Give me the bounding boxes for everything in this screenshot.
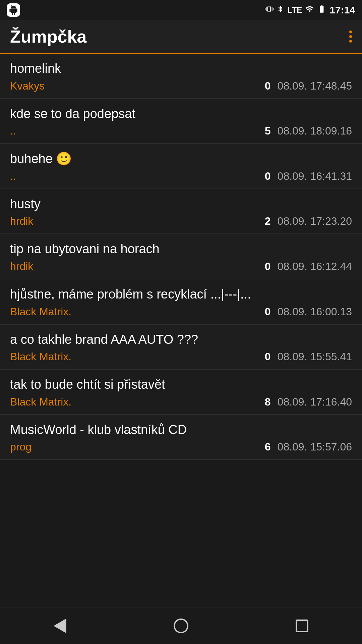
android-icon (7, 3, 20, 17)
item-title: homelink (10, 61, 352, 76)
item-title: a co takhle brand AAA AUTO ??? (10, 332, 352, 347)
item-meta: 208.09. 17:23.20 (265, 215, 352, 227)
item-meta: 008.09. 17:48.45 (265, 80, 352, 92)
item-date: 08.09. 16:00.13 (278, 306, 352, 318)
item-author: Black Matrix. (10, 351, 71, 363)
item-count: 0 (265, 260, 271, 273)
item-author: Black Matrix. (10, 396, 71, 408)
lte-icon: LTE (288, 5, 302, 15)
list-item[interactable]: a co takhle brand AAA AUTO ???Black Matr… (0, 325, 362, 370)
item-title: buhehe 🙂 (10, 151, 352, 167)
item-date: 08.09. 17:23.20 (278, 215, 352, 227)
item-author: Black Matrix. (10, 306, 71, 318)
item-author: prog (10, 441, 32, 453)
home-button[interactable] (174, 619, 188, 633)
item-date: 08.09. 16:12.44 (278, 260, 352, 273)
list-item[interactable]: kde se to da podepsat..508.09. 18:09.16 (0, 99, 362, 144)
status-time: 17:14 (329, 4, 355, 16)
item-count: 5 (265, 125, 271, 137)
list-item[interactable]: homelinkKvakys008.09. 17:48.45 (0, 54, 362, 99)
item-count: 0 (265, 80, 271, 92)
status-bar-left (7, 3, 20, 17)
back-button[interactable] (54, 619, 66, 633)
list-item[interactable]: hjůstne, máme problém s recyklací ...|--… (0, 279, 362, 325)
item-count: 0 (265, 170, 271, 182)
status-bar: LTE 17:14 (0, 0, 362, 20)
bluetooth-icon (277, 5, 284, 16)
item-meta: 008.09. 16:12.44 (265, 260, 352, 273)
item-count: 8 (265, 396, 271, 408)
item-date: 08.09. 17:16.40 (278, 396, 352, 408)
more-options-button[interactable] (349, 31, 352, 43)
item-meta: 808.09. 17:16.40 (265, 396, 352, 408)
back-icon (54, 619, 66, 633)
item-date: 08.09. 17:48.45 (278, 80, 352, 92)
item-title: tip na ubytovani na horach (10, 241, 352, 257)
item-meta: 608.09. 15:57.06 (265, 441, 352, 453)
home-icon (174, 619, 188, 633)
item-count: 6 (265, 441, 271, 453)
item-meta: 008.09. 16:41.31 (265, 170, 352, 182)
dot-1 (349, 31, 352, 33)
vibrate-icon (265, 5, 274, 16)
posts-list: homelinkKvakys008.09. 17:48.45kde se to … (0, 54, 362, 460)
item-author: hrdik (10, 215, 33, 227)
item-title: kde se to da podepsat (10, 106, 352, 122)
list-item[interactable]: tak to bude chtít si přistavětBlack Matr… (0, 370, 362, 415)
navigation-bar (0, 607, 362, 644)
item-author: .. (10, 125, 16, 137)
item-title: MusicWorld - klub vlastníků CD (10, 422, 352, 438)
item-date: 08.09. 15:55.41 (278, 351, 352, 363)
list-item[interactable]: MusicWorld - klub vlastníků CDprog608.09… (0, 415, 362, 460)
list-item[interactable]: hustyhrdik208.09. 17:23.20 (0, 189, 362, 234)
recent-icon (296, 620, 308, 632)
signal-icon (305, 5, 314, 16)
app-bar: Žumpčka (0, 20, 362, 54)
list-item[interactable]: buhehe 🙂..008.09. 16:41.31 (0, 144, 362, 189)
item-author: hrdik (10, 260, 33, 273)
item-meta: 508.09. 18:09.16 (265, 125, 352, 137)
item-author: Kvakys (10, 80, 45, 92)
status-bar-right: LTE 17:14 (265, 4, 355, 16)
item-author: .. (10, 170, 16, 182)
item-meta: 008.09. 15:55.41 (265, 351, 352, 363)
item-date: 08.09. 18:09.16 (278, 125, 352, 137)
item-count: 2 (265, 215, 271, 227)
dot-3 (349, 40, 352, 43)
item-count: 0 (265, 351, 271, 363)
item-count: 0 (265, 306, 271, 318)
item-date: 08.09. 15:57.06 (278, 441, 352, 453)
app-title: Žumpčka (10, 26, 86, 47)
recent-button[interactable] (296, 620, 308, 632)
dot-2 (349, 35, 352, 38)
battery-icon (317, 5, 326, 16)
item-date: 08.09. 16:41.31 (278, 170, 352, 182)
item-title: tak to bude chtít si přistavět (10, 377, 352, 392)
item-title: hjůstne, máme problém s recyklací ...|--… (10, 287, 352, 302)
list-item[interactable]: tip na ubytovani na horachhrdik008.09. 1… (0, 234, 362, 279)
item-meta: 008.09. 16:00.13 (265, 306, 352, 318)
item-title: husty (10, 197, 352, 212)
